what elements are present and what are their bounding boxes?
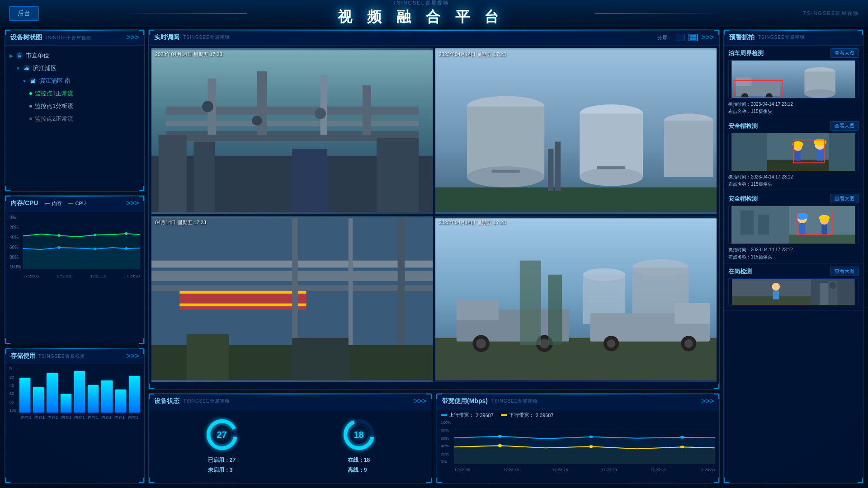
- svg-point-22: [202, 101, 213, 112]
- video-cell-3[interactable]: 04月14日 星期五 17:23: [151, 216, 434, 383]
- svg-rect-112: [817, 150, 823, 160]
- device-tree-title: 设备树状图: [10, 33, 42, 42]
- svg-rect-43: [597, 166, 625, 169]
- bandwidth-svg: [454, 420, 715, 464]
- svg-rect-129: [741, 211, 754, 235]
- device-tree-header: 设备树状图 TSINGSEE青犀视频 >>>: [5, 30, 144, 46]
- video-cell-1[interactable]: 2023年04月14日 星期五 17:23: [151, 48, 434, 215]
- main-layout: 设备树状图 TSINGSEE青犀视频 >>> ▶ 🏛 市直单位 ▼ 🏙 滨江浦区…: [5, 29, 863, 483]
- tree-item-cam2[interactable]: 监控点1分析流: [9, 100, 140, 113]
- bar-fill-6: [101, 380, 112, 413]
- header-left: 后台: [9, 6, 39, 21]
- tree-item-city[interactable]: ▶ 🏛 市直单位: [9, 49, 140, 62]
- svg-rect-118: [829, 133, 855, 171]
- cam2-status-dot: [29, 105, 32, 108]
- svg-rect-117: [731, 133, 767, 171]
- svg-marker-95: [454, 446, 715, 464]
- alert-2-image: [728, 133, 859, 171]
- svg-point-74: [684, 339, 693, 347]
- middle-column: 实时调阅 TSINGSEE青犀视频 分屏： >>> 2: [148, 29, 720, 483]
- tree-item-cam1[interactable]: 监控点1正常流: [9, 87, 140, 100]
- upload-dot: [441, 414, 447, 416]
- video-scene-4: [435, 216, 717, 382]
- alert-brand: TSINGSEE青犀视频: [758, 34, 805, 41]
- svg-rect-126: [821, 225, 827, 235]
- alert-3-camera-row: 布点名称：115摄像头: [728, 253, 859, 261]
- bar-fill-7: [115, 389, 126, 413]
- offline-label-row: 离线：9: [348, 466, 370, 474]
- alert-1-camera-row: 布点名称：115摄像头: [728, 108, 859, 115]
- svg-point-138: [829, 282, 836, 289]
- upload-legend: 上行带宽： 2.39687: [441, 412, 494, 418]
- svg-rect-123: [799, 223, 806, 235]
- video-timestamp-4: 2023年04月14日 星期五 17:23: [439, 219, 506, 226]
- alert-3-title: 安全帽检测: [728, 195, 758, 203]
- svg-rect-115: [795, 151, 801, 160]
- alert-3-svg: [729, 206, 858, 244]
- tree-item-area1[interactable]: ▼ 🏙 滨江浦区: [9, 62, 140, 75]
- video-cell-4[interactable]: 2023年04月14日 星期五 17:23: [435, 216, 717, 383]
- bandwidth-legend: 上行带宽： 2.39687 下行带宽： 2.39687: [441, 412, 715, 418]
- storage-title: 存储使用: [10, 352, 36, 360]
- alert-3-view-btn[interactable]: 查看大图: [830, 194, 859, 203]
- bandwidth-brand: TSINGSEE青犀视频: [491, 398, 538, 404]
- device-tree-panel: 设备树状图 TSINGSEE青犀视频 >>> ▶ 🏛 市直单位 ▼ 🏙 滨江浦区…: [5, 29, 145, 192]
- upload-label: 上行带宽：: [449, 412, 474, 418]
- device-status-more[interactable]: >>>: [414, 397, 426, 405]
- svg-point-24: [315, 108, 326, 119]
- svg-rect-75: [519, 260, 541, 345]
- realtime-more[interactable]: >>>: [701, 33, 714, 42]
- bandwidth-svg-container: 0% 20% 40% 60% 80% 100%: [441, 420, 715, 472]
- alert-2-view-btn[interactable]: 查看大图: [830, 121, 859, 131]
- alert-item-4: 在岗检测 查看大图: [724, 264, 863, 311]
- split-4-btn[interactable]: [689, 34, 698, 41]
- storage-header: 存储使用 TSINGSEE青犀视频 >>>: [5, 348, 144, 364]
- split-1-btn[interactable]: [676, 34, 685, 41]
- bandwidth-title: 带宽使用(Mbps): [442, 397, 488, 405]
- bandwidth-more[interactable]: >>>: [701, 397, 714, 405]
- alert-2-header: 安全帽检测 查看大图: [728, 121, 859, 131]
- tree-item-cam3[interactable]: 监控点2正常流: [9, 113, 140, 125]
- svg-rect-42: [491, 170, 519, 173]
- bar-group-0: [19, 366, 30, 413]
- alert-4-view-btn[interactable]: 查看大图: [830, 267, 859, 276]
- alert-item-1: 泊车周界检测 查看大图: [724, 46, 863, 118]
- memory-cpu-svg-area: [23, 215, 140, 269]
- bar-fill-8: [129, 376, 140, 413]
- alert-1-view-btn[interactable]: 查看大图: [830, 48, 859, 58]
- alert-2-svg: [729, 133, 858, 171]
- header-title-area: TSINGSEE青犀视频 视 频 融 合 平 台: [39, 0, 803, 27]
- online-donut-svg-wrap: 18: [341, 417, 377, 453]
- back-button[interactable]: 后台: [9, 6, 39, 21]
- svg-point-11: [57, 246, 60, 249]
- tree-label-cam3: 监控点2正常流: [35, 115, 73, 123]
- video-cell-2[interactable]: 2023年04月14日 星期五 17:23: [435, 48, 717, 215]
- device-tree-more[interactable]: >>>: [126, 33, 139, 42]
- svg-point-12: [94, 248, 96, 250]
- storage-more[interactable]: >>>: [126, 352, 139, 360]
- tree-label-area2: 滨江浦区-南: [39, 77, 71, 85]
- enabled-donut: 27 已启用：27 未启用：3: [204, 417, 240, 474]
- video-scene-2: [435, 48, 717, 214]
- alert-4-image: [728, 278, 859, 305]
- tree-label-city: 市直单位: [26, 52, 49, 60]
- tree-item-area2[interactable]: ▼ 🏙 滨江浦区-南: [9, 75, 140, 87]
- video-timestamp-2: 2023年04月14日 星期五 17:23: [439, 51, 506, 58]
- svg-rect-29: [377, 138, 419, 212]
- memory-cpu-y-labels: 100% 80% 60% 40% 20% 0%: [9, 215, 23, 269]
- alert-title: 预警抓拍: [729, 33, 755, 42]
- enabled-stats: 已启用：27 未启用：3: [208, 456, 236, 474]
- bar-group-2: [47, 366, 57, 413]
- alert-panel-header: 预警抓拍 TSINGSEE青犀视频: [724, 30, 863, 46]
- right-column: 预警抓拍 TSINGSEE青犀视频 泊车周界检测 查看大图: [723, 29, 863, 483]
- bandwidth-header: 带宽使用(Mbps) TSINGSEE青犀视频 >>>: [436, 394, 719, 409]
- tree-arrow-area1: ▼: [16, 66, 20, 71]
- alert-1-info: 抓拍时间：2023-04-14 17:23:12 布点名称：115摄像头: [728, 101, 859, 115]
- memory-cpu-more[interactable]: >>>: [126, 199, 139, 207]
- svg-point-7: [57, 234, 60, 237]
- alert-3-time-row: 抓拍时间：2023-04-14 17:23:12: [728, 246, 859, 253]
- online-label: 在线：: [348, 457, 364, 463]
- svg-rect-56: [292, 338, 349, 380]
- bar-fill-0: [19, 378, 30, 413]
- download-legend: 下行带宽： 2.39687: [501, 412, 554, 418]
